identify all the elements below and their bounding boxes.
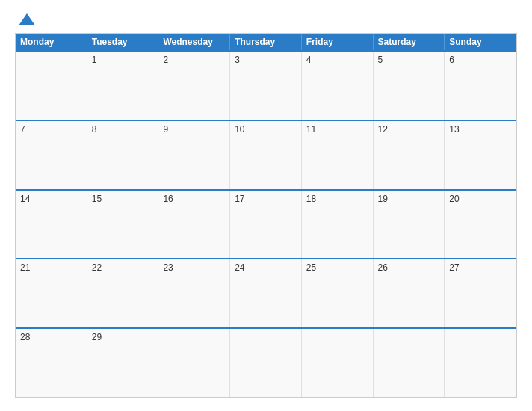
calendar-cell: 24 [230, 259, 302, 327]
day-number: 29 [92, 332, 102, 342]
calendar-cell: 9 [158, 121, 230, 189]
day-number: 24 [235, 262, 244, 273]
calendar-cell [230, 329, 302, 397]
calendar-cell: 22 [87, 259, 159, 327]
calendar-cell: 2 [158, 52, 230, 120]
calendar-cell: 18 [302, 191, 374, 259]
day-number: 1 [92, 55, 97, 65]
day-number: 20 [449, 194, 459, 204]
day-header-monday: Monday [16, 34, 87, 50]
calendar-cell: 3 [230, 52, 302, 120]
logo [15, 13, 35, 25]
calendar-cell: 11 [302, 121, 374, 189]
calendar-cell: 19 [374, 191, 445, 259]
day-number: 14 [20, 194, 30, 204]
day-number: 3 [235, 55, 240, 65]
day-number: 6 [449, 55, 454, 65]
day-header-wednesday: Wednesday [158, 34, 230, 50]
calendar-cell: 8 [87, 121, 159, 189]
calendar-cell: 20 [445, 191, 516, 259]
calendar-header-row: MondayTuesdayWednesdayThursdayFridaySatu… [16, 34, 516, 50]
day-header-tuesday: Tuesday [87, 34, 159, 50]
calendar-cell [374, 329, 445, 397]
calendar-cell: 25 [302, 259, 374, 327]
day-number: 7 [20, 124, 25, 135]
page-header [15, 13, 517, 25]
calendar-cell: 15 [87, 191, 159, 259]
calendar-week-5: 2829 [16, 327, 516, 397]
day-header-sunday: Sunday [445, 34, 516, 50]
day-header-thursday: Thursday [230, 34, 302, 50]
day-number: 4 [306, 55, 312, 65]
day-number: 10 [235, 124, 244, 135]
calendar-week-1: 123456 [16, 50, 516, 120]
day-number: 18 [306, 194, 316, 204]
day-number: 17 [235, 194, 244, 204]
day-number: 21 [20, 262, 30, 273]
calendar-cell: 27 [445, 259, 516, 327]
day-number: 16 [163, 194, 173, 204]
calendar-cell: 17 [230, 191, 302, 259]
calendar-cell: 13 [445, 121, 516, 189]
calendar-page: MondayTuesdayWednesdayThursdayFridaySatu… [0, 0, 532, 411]
calendar-cell: 26 [374, 259, 445, 327]
calendar-cell: 14 [16, 191, 87, 259]
day-number: 28 [20, 332, 30, 342]
calendar-cell: 6 [445, 52, 516, 120]
calendar-cell [445, 329, 516, 397]
calendar-cell [302, 329, 374, 397]
day-number: 9 [163, 124, 168, 135]
day-number: 26 [378, 262, 388, 273]
day-number: 27 [449, 262, 459, 273]
day-number: 12 [378, 124, 388, 135]
calendar-cell: 12 [374, 121, 445, 189]
calendar-cell: 21 [16, 259, 87, 327]
day-header-friday: Friday [302, 34, 374, 50]
day-number: 13 [449, 124, 459, 135]
calendar-week-4: 21222324252627 [16, 258, 516, 327]
calendar-cell: 5 [374, 52, 445, 120]
day-number: 2 [163, 55, 168, 65]
calendar-cell: 16 [158, 191, 230, 259]
day-number: 5 [378, 55, 383, 65]
svg-marker-0 [19, 13, 35, 25]
calendar-week-3: 14151617181920 [16, 189, 516, 259]
calendar-cell: 23 [158, 259, 230, 327]
logo-flag-icon [19, 13, 35, 25]
day-number: 23 [163, 262, 173, 273]
calendar-cell: 1 [87, 52, 159, 120]
day-number: 15 [92, 194, 102, 204]
calendar-cell: 4 [302, 52, 374, 120]
calendar-body: 1234567891011121314151617181920212223242… [16, 50, 516, 397]
calendar-cell [16, 52, 87, 120]
calendar-grid: MondayTuesdayWednesdayThursdayFridaySatu… [15, 33, 517, 398]
calendar-cell [158, 329, 230, 397]
calendar-week-2: 78910111213 [16, 120, 516, 189]
day-number: 19 [378, 194, 388, 204]
calendar-cell: 29 [87, 329, 159, 397]
day-number: 8 [92, 124, 97, 135]
calendar-cell: 28 [16, 329, 87, 397]
day-number: 25 [306, 262, 316, 273]
calendar-cell: 10 [230, 121, 302, 189]
day-number: 11 [306, 124, 316, 135]
day-header-saturday: Saturday [374, 34, 445, 50]
calendar-cell: 7 [16, 121, 87, 189]
day-number: 22 [92, 262, 102, 273]
